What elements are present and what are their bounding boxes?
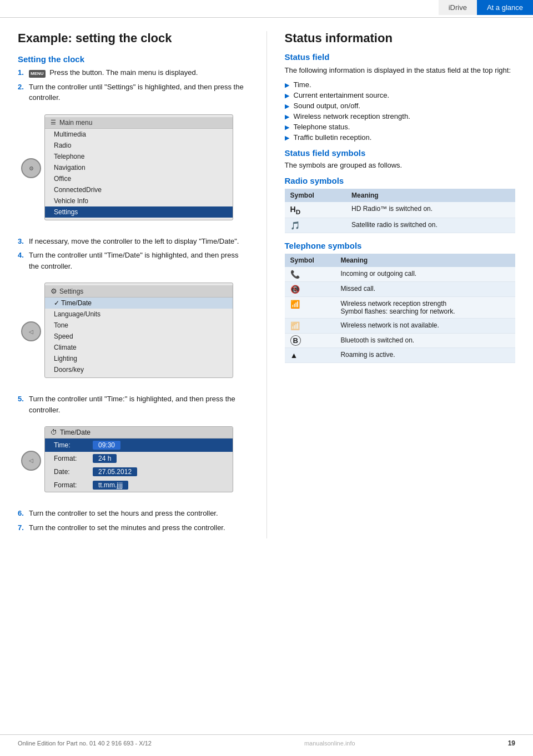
radio-row-satellite: 🎵 Satellite radio is switched on. bbox=[285, 218, 516, 233]
left-column: Example: setting the clock Setting the c… bbox=[18, 31, 249, 538]
menu-button-icon: MENU bbox=[29, 70, 46, 78]
step-2: 2. Turn the controller until "Settings" … bbox=[18, 82, 249, 103]
bullet-arrow-2: ▶ bbox=[285, 92, 289, 99]
tel-symbol-missed: 📵 bbox=[285, 282, 335, 297]
column-divider bbox=[266, 31, 267, 538]
settings-item-lighting: Lighting bbox=[45, 353, 233, 364]
timedate-row-format1: Format: 24 h bbox=[45, 452, 233, 465]
no-signal-icon: 📶 bbox=[290, 321, 300, 330]
tel-symbol-bluetooth: B bbox=[285, 334, 335, 348]
main-menu-mockup-container: ⚙ ☰ Main menu Multimedia Radio Telephone… bbox=[18, 109, 249, 228]
settings-item-climate: Climate bbox=[45, 342, 233, 353]
bullet-arrow-5: ▶ bbox=[285, 124, 289, 131]
setting-clock-heading: Setting the clock bbox=[18, 54, 249, 64]
tel-meaning-bluetooth: Bluetooth is switched on. bbox=[335, 334, 515, 348]
timedate-format2-value: tt.mm.jjjj bbox=[93, 481, 128, 490]
bullet-arrow-3: ▶ bbox=[285, 103, 289, 110]
menu-item-navigation: Navigation bbox=[45, 162, 233, 173]
step-1-num: 1. bbox=[18, 67, 29, 78]
step-7-text: Turn the controller to set the minutes a… bbox=[29, 522, 249, 533]
step-4-num: 4. bbox=[18, 250, 29, 271]
controller-icon-3: ◁ bbox=[21, 451, 41, 471]
controller-left-1: ⚙ bbox=[18, 140, 44, 196]
timedate-screen: ⏱ Time/Date Time: 09:30 Format: 24 h Dat… bbox=[44, 426, 233, 492]
settings-item-timedate: ✓ Time/Date bbox=[45, 298, 233, 309]
timedate-title: ⏱ Time/Date bbox=[45, 427, 233, 439]
main-menu-title-icon: ☰ bbox=[51, 119, 56, 126]
settings-item-doorskey: Doors/key bbox=[45, 364, 233, 375]
main-content: Example: setting the clock Setting the c… bbox=[0, 18, 533, 552]
main-menu-title-text: Main menu bbox=[59, 119, 92, 127]
menu-item-radio: Radio bbox=[45, 140, 233, 151]
step-3: 3. If necessary, move the controller to … bbox=[18, 236, 249, 247]
status-item-wireless: ▶ Wireless network reception strength. bbox=[285, 112, 516, 120]
roaming-icon: ▲ bbox=[290, 351, 298, 360]
menu-item-settings: Settings bbox=[45, 206, 233, 218]
tel-table-col2: Meaning bbox=[335, 254, 515, 267]
tel-symbol-roaming: ▲ bbox=[285, 348, 335, 363]
timedate-time-value: 09:30 bbox=[93, 441, 120, 450]
timedate-title-icon: ⏱ bbox=[51, 429, 57, 436]
timedate-title-text: Time/Date bbox=[60, 429, 90, 436]
radio-meaning-hd: HD Radio™ is switched on. bbox=[346, 202, 515, 218]
timedate-date-label: Date: bbox=[54, 468, 93, 476]
tel-row-no-signal: 📶 Wireless network is not available. bbox=[285, 319, 516, 334]
menu-item-telephone: Telephone bbox=[45, 151, 233, 162]
tel-symbol-no-signal: 📶 bbox=[285, 319, 335, 334]
controller-icon-1: ⚙ bbox=[21, 158, 41, 178]
status-field-heading: Status field bbox=[285, 52, 516, 62]
status-item-time-text: Time. bbox=[294, 80, 311, 89]
settings-item-tone: Tone bbox=[45, 320, 233, 331]
phone-call-icon: 📞 bbox=[290, 270, 300, 279]
main-menu-title: ☰ Main menu bbox=[45, 117, 233, 129]
menu-item-connecteddrive: ConnectedDrive bbox=[45, 184, 233, 195]
footer-citation: Online Edition for Part no. 01 40 2 916 … bbox=[18, 740, 152, 747]
steps-list-1: 1. MENU Press the button. The main menu … bbox=[18, 67, 249, 103]
tel-row-call: 📞 Incoming or outgoing call. bbox=[285, 267, 516, 282]
status-item-traffic: ▶ Traffic bulletin reception. bbox=[285, 133, 516, 142]
status-field-symbols-heading: Status field symbols bbox=[285, 148, 516, 158]
bullet-arrow-4: ▶ bbox=[285, 113, 289, 120]
controller-icon-2: ◁ bbox=[21, 321, 41, 341]
signal-strength-icon: 📶 bbox=[290, 300, 300, 309]
step-1-text: MENU Press the button. The main menu is … bbox=[29, 67, 249, 78]
step-3-text: If necessary, move the controller to the… bbox=[29, 236, 249, 247]
tel-meaning-roaming: Roaming is active. bbox=[335, 348, 515, 363]
step-5-num: 5. bbox=[18, 394, 29, 415]
timedate-time-label: Time: bbox=[54, 441, 93, 449]
tel-meaning-missed: Missed call. bbox=[335, 282, 515, 297]
tab-at-a-glance[interactable]: At a glance bbox=[477, 0, 533, 15]
step-7: 7. Turn the controller to set the minute… bbox=[18, 522, 249, 533]
tel-symbol-call: 📞 bbox=[285, 267, 335, 282]
status-item-traffic-text: Traffic bulletin reception. bbox=[294, 133, 372, 142]
step-2-num: 2. bbox=[18, 82, 29, 103]
radio-symbol-satellite: 🎵 bbox=[285, 218, 346, 233]
status-item-time: ▶ Time. bbox=[285, 80, 516, 89]
radio-symbols-heading: Radio symbols bbox=[285, 176, 516, 185]
settings-gear-icon: ⚙ bbox=[51, 287, 57, 295]
bullet-arrow-6: ▶ bbox=[285, 134, 289, 142]
missed-call-icon: 📵 bbox=[290, 285, 300, 294]
tel-row-bluetooth: B Bluetooth is switched on. bbox=[285, 334, 516, 348]
main-menu-screen: ☰ Main menu Multimedia Radio Telephone N… bbox=[44, 114, 233, 220]
menu-item-office: Office bbox=[45, 173, 233, 184]
status-item-telephone: ▶ Telephone status. bbox=[285, 123, 516, 131]
telephone-symbols-heading: Telephone symbols bbox=[285, 241, 516, 250]
timedate-mockup-container: ◁ ⏱ Time/Date Time: 09:30 Format: 24 h D… bbox=[18, 421, 249, 500]
settings-menu-title: ⚙ Settings bbox=[45, 285, 233, 298]
status-item-sound: ▶ Sound output, on/off. bbox=[285, 102, 516, 110]
telephone-symbols-table: Symbol Meaning 📞 Incoming or outgoing ca… bbox=[285, 254, 516, 363]
timedate-format1-label: Format: bbox=[54, 455, 93, 462]
timedate-row-date: Date: 27.05.2012 bbox=[45, 465, 233, 478]
satellite-radio-icon: 🎵 bbox=[290, 221, 300, 230]
step-1: 1. MENU Press the button. The main menu … bbox=[18, 67, 249, 78]
tab-idrive[interactable]: iDrive bbox=[439, 0, 477, 15]
hd-radio-icon: HD bbox=[290, 205, 301, 214]
step-7-num: 7. bbox=[18, 522, 29, 533]
tel-row-missed: 📵 Missed call. bbox=[285, 282, 516, 297]
radio-symbols-table: Symbol Meaning HD HD Radio™ is switched … bbox=[285, 189, 516, 234]
status-field-items: ▶ Time. ▶ Current entertainment source. … bbox=[285, 80, 516, 142]
tel-meaning-no-signal: Wireless network is not available. bbox=[335, 319, 515, 334]
steps-list-3: 5. Turn the controller until "Time:" is … bbox=[18, 394, 249, 415]
status-item-sound-text: Sound output, on/off. bbox=[294, 102, 360, 110]
